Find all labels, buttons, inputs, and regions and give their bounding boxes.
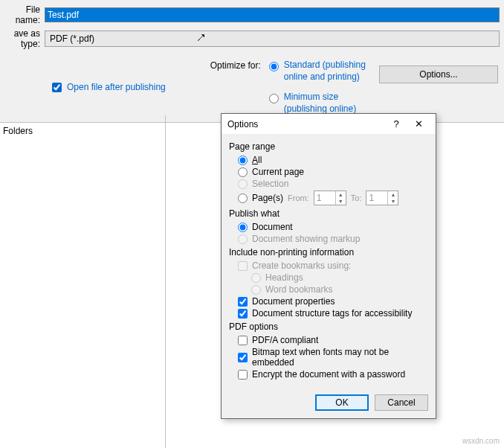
bookmarks-word-radio: Word bookmarks [251,284,428,295]
publish-what-label: Publish what [229,208,428,219]
open-after-publishing-input[interactable] [52,83,62,92]
from-value: 1 [314,193,335,203]
range-current-text: Current page [252,167,304,177]
chevron-down-icon[interactable]: ▼ [336,198,346,205]
watermark: wsxdn.com [462,437,500,445]
to-value: 1 [366,193,387,203]
file-name-input[interactable] [45,7,500,22]
optimize-minimum-line1: Minimum size [284,92,356,103]
publish-markup-input [238,234,248,244]
range-selection-input [238,179,248,189]
dialog-titlebar: Options ? ✕ [222,114,436,134]
bookmarks-word-text: Word bookmarks [265,284,332,295]
publish-document-input[interactable] [238,223,248,232]
range-pages-text: Page(s) [252,193,283,203]
publish-document-radio[interactable]: Document [238,222,428,232]
optimize-standard-line2: online and printing) [284,71,366,83]
range-all-radio[interactable]: All [238,155,428,165]
range-selection-radio: Selection [238,179,428,189]
create-bookmarks-text: Create bookmarks using: [252,260,351,271]
range-pages-input[interactable] [238,193,248,203]
open-after-publishing-checkbox[interactable]: Open file after publishing [49,60,166,115]
bitmap-text-checkbox[interactable]: Bitmap text when fonts may not be embedd… [238,347,428,368]
bookmarks-word-input [251,285,261,295]
bookmarks-headings-radio: Headings [251,272,428,283]
from-spinner[interactable]: 1 ▲▼ [314,191,346,205]
options-button[interactable]: Options... [379,65,498,83]
optimize-for-label: Optimize for: [210,60,261,115]
doc-structure-text: Document structure tags for accessibilit… [252,308,412,319]
chevron-up-icon[interactable]: ▲ [388,191,398,198]
bookmarks-headings-text: Headings [265,272,303,283]
pdf-options-label: PDF options [229,321,428,332]
open-after-publishing-label: Open file after publishing [67,82,166,92]
encrypt-input[interactable] [238,370,248,380]
encrypt-checkbox[interactable]: Encrypt the document with a password [238,369,428,380]
help-button[interactable]: ? [385,118,407,129]
publish-markup-radio: Document showing markup [238,234,428,244]
bookmarks-headings-input [251,273,261,283]
folders-label[interactable]: Folders [0,123,36,139]
close-icon[interactable]: ✕ [407,118,430,129]
from-label: From: [288,193,309,202]
pdfa-input[interactable] [238,336,248,345]
range-all-text: ll [258,155,262,165]
chevron-down-icon[interactable]: ▼ [388,198,398,205]
optimize-standard-radio[interactable]: Standard (publishing online and printing… [265,60,366,83]
range-current-radio[interactable]: Current page [238,167,428,177]
to-label: To: [351,193,362,202]
create-bookmarks-input [238,261,248,271]
optimize-for-group: Optimize for: Standard (publishing onlin… [210,60,366,115]
optimize-standard-line1: Standard (publishing [284,60,366,71]
range-all-input[interactable] [238,156,248,165]
include-nonprinting-label: Include non-printing information [229,247,428,257]
range-selection-text: Selection [252,179,288,189]
save-as-type-label: ave as type: [0,28,45,49]
save-as-type-value: PDF (*.pdf) [50,33,94,44]
pdfa-text: PDF/A compliant [252,335,318,345]
options-dialog: Options ? ✕ Page range All Current page … [221,113,436,419]
doc-properties-text: Document properties [252,296,335,307]
cancel-button[interactable]: Cancel [375,394,428,411]
vertical-divider [165,115,166,448]
publish-document-text: Document [252,222,293,232]
file-name-label: File name: [0,4,45,25]
save-dialog-top: File name: ave as type: PDF (*.pdf) ⭧ Op… [0,0,504,123]
optimize-minimum-input[interactable] [269,94,279,103]
pdfa-checkbox[interactable]: PDF/A compliant [238,335,428,345]
optimize-standard-input[interactable] [269,62,279,71]
range-current-input[interactable] [238,167,248,177]
optimize-minimum-radio[interactable]: Minimum size (publishing online) [265,92,366,115]
dialog-title: Options [227,119,385,129]
doc-properties-checkbox[interactable]: Document properties [238,296,428,307]
bitmap-text-input[interactable] [238,353,248,362]
doc-properties-input[interactable] [238,297,248,307]
bitmap-text-text: Bitmap text when fonts may not be embedd… [252,347,428,368]
save-as-type-select[interactable]: PDF (*.pdf) [45,31,500,47]
create-bookmarks-checkbox: Create bookmarks using: [238,260,428,271]
page-range-label: Page range [229,141,428,152]
encrypt-text: Encrypt the document with a password [252,369,405,380]
doc-structure-checkbox[interactable]: Document structure tags for accessibilit… [238,308,428,319]
doc-structure-input[interactable] [238,309,248,319]
ok-button[interactable]: OK [315,394,369,411]
publish-markup-text: Document showing markup [252,234,360,244]
to-spinner[interactable]: 1 ▲▼ [366,191,398,205]
range-pages-radio[interactable]: Page(s) [238,193,283,203]
chevron-up-icon[interactable]: ▲ [336,191,346,198]
